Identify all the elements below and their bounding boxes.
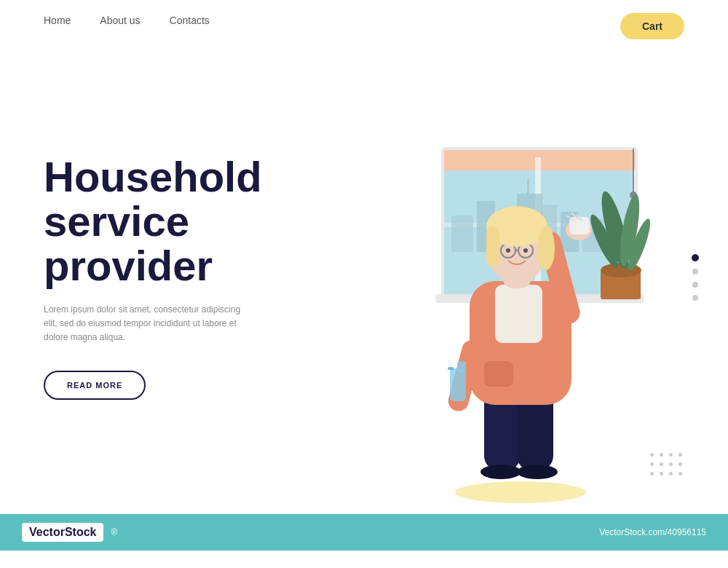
svg-rect-38 (457, 361, 466, 372)
dot-1[interactable] (692, 254, 699, 261)
nav-links: Home About us Contacts (44, 15, 210, 26)
carousel-dots[interactable] (692, 254, 699, 301)
svg-point-25 (480, 465, 521, 479)
svg-point-22 (455, 481, 586, 503)
svg-rect-4 (451, 216, 473, 252)
dot-2[interactable] (692, 269, 698, 275)
svg-point-48 (537, 226, 555, 270)
navbar: Home About us Contacts Cart (0, 0, 728, 41)
hero-illustration (342, 135, 692, 514)
grid-decoration (650, 453, 684, 478)
dot-4[interactable] (692, 295, 698, 301)
svg-rect-28 (484, 361, 513, 387)
hero-description: Lorem ipsum dolor sit amet, consectetur … (44, 303, 248, 345)
read-more-button[interactable]: READ MORE (44, 371, 146, 400)
left-panel: Household service provider Lorem ipsum d… (0, 41, 306, 514)
svg-point-26 (517, 465, 558, 479)
svg-rect-37 (450, 368, 466, 401)
svg-rect-46 (486, 226, 499, 267)
illustration-area (306, 41, 728, 514)
brand-logo: VectorStock (22, 523, 103, 542)
nav-contacts[interactable]: Contacts (170, 15, 210, 26)
main-content: Household service provider Lorem ipsum d… (0, 41, 728, 514)
footer-bar: VectorStock ® VectorStock.com/40956115 (0, 514, 728, 551)
svg-point-50 (523, 248, 528, 253)
footer: VectorStock ® VectorStock.com/40956115 (0, 514, 728, 551)
svg-rect-29 (495, 285, 542, 343)
brand-watermark: VectorStock ® (22, 523, 117, 542)
svg-rect-8 (527, 179, 529, 195)
svg-rect-39 (448, 367, 454, 370)
cart-button[interactable]: Cart (620, 13, 684, 39)
svg-point-49 (506, 248, 510, 253)
nav-about[interactable]: About us (100, 15, 140, 26)
registered-symbol: ® (111, 527, 117, 537)
brand-url: VectorStock.com/40956115 (599, 527, 706, 537)
dot-3[interactable] (692, 282, 698, 288)
nav-home[interactable]: Home (44, 15, 71, 26)
hero-title: Household service provider (44, 155, 262, 288)
